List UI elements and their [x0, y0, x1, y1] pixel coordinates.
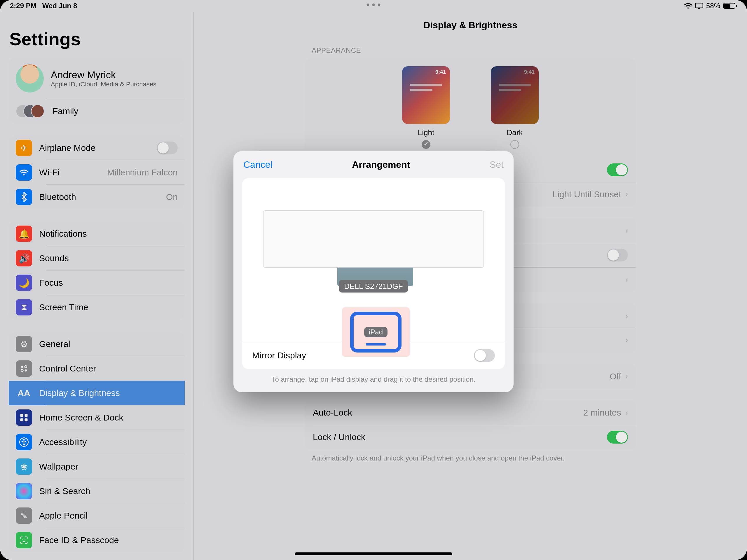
svg-rect-3 — [736, 5, 737, 7]
chevron-right-icon: › — [625, 408, 628, 417]
family-avatars — [16, 103, 46, 119]
sidebar-display[interactable]: AA Display & Brightness — [9, 381, 185, 405]
sidebar-siri[interactable]: Siri & Search — [9, 479, 185, 503]
lockunlock-toggle[interactable] — [607, 431, 628, 443]
sidebar-pencil[interactable]: ✎ Apple Pencil — [9, 503, 185, 528]
svg-rect-9 — [25, 414, 28, 417]
wifi-icon — [684, 3, 692, 9]
mirror-toggle[interactable] — [474, 349, 495, 362]
appearance-light[interactable]: 9:41 Light — [402, 66, 450, 150]
svg-rect-2 — [724, 4, 730, 8]
external-display-label: DELL S2721DGF — [339, 280, 408, 292]
ipad-display[interactable]: iPad — [342, 307, 410, 357]
detail-title: Display & Brightness — [194, 20, 747, 31]
sidebar-focus[interactable]: 🌙 Focus — [9, 271, 185, 295]
svg-point-13 — [23, 439, 25, 440]
sidebar-bluetooth[interactable]: Bluetooth On — [9, 185, 185, 209]
settings-title: Settings — [9, 29, 185, 49]
wifi-icon — [16, 164, 32, 181]
status-time: 2:29 PM — [10, 2, 36, 10]
svg-rect-10 — [20, 418, 23, 422]
bluetooth-icon — [16, 189, 32, 205]
modal-title: Arrangement — [352, 159, 410, 170]
speaker-icon: 🔊 — [16, 250, 32, 266]
autolock-row[interactable]: Auto-Lock 2 minutes› — [305, 400, 636, 425]
set-button[interactable]: Set — [490, 159, 504, 170]
svg-point-7 — [25, 370, 27, 372]
settings-sidebar: Settings Andrew Myrick Apple ID, iCloud,… — [0, 12, 194, 560]
sidebar-faceid[interactable]: Face ID & Passcode — [9, 528, 185, 553]
appearance-dark[interactable]: 9:41 Dark — [491, 66, 539, 150]
ipad-label: iPad — [364, 327, 387, 337]
modal-caption: To arrange, tap on iPad display and drag… — [233, 369, 514, 392]
svg-rect-11 — [25, 418, 28, 422]
battery-percent: 58% — [706, 2, 720, 10]
cover-caption: Automatically lock and unlock your iPad … — [312, 454, 636, 462]
textsize-icon: AA — [16, 385, 32, 401]
sidebar-accessibility[interactable]: Accessibility — [9, 430, 185, 454]
profile-group: Andrew Myrick Apple ID, iCloud, Media & … — [9, 58, 185, 123]
autolock-card: Auto-Lock 2 minutes› Lock / Unlock — [305, 400, 636, 450]
chevron-right-icon: › — [625, 190, 628, 199]
battery-icon — [723, 3, 737, 9]
arrangement-area[interactable]: DELL S2721DGF iPad — [242, 178, 505, 342]
multitask-dots[interactable] — [367, 3, 381, 6]
sidebar-general[interactable]: ⚙ General — [9, 332, 185, 356]
sliders-icon — [16, 360, 32, 377]
sidebar-screentime[interactable]: ⧗ Screen Time — [9, 295, 185, 320]
arrangement-modal: Cancel Arrangement Set DELL S2721DGF iPa… — [233, 151, 514, 392]
svg-point-14 — [23, 539, 23, 540]
siri-icon — [16, 483, 32, 499]
chevron-right-icon: › — [625, 372, 628, 381]
profile-subtitle: Apple ID, iCloud, Media & Purchases — [51, 80, 156, 88]
automatic-toggle[interactable] — [607, 163, 628, 176]
sidebar-controlcenter[interactable]: Control Center — [9, 356, 185, 381]
hourglass-icon: ⧗ — [16, 299, 32, 315]
cancel-button[interactable]: Cancel — [243, 159, 273, 170]
appearance-label: APPEARANCE — [312, 46, 636, 55]
sidebar-airplane[interactable]: ✈ Airplane Mode — [9, 136, 185, 160]
accessibility-icon — [16, 434, 32, 450]
airplane-toggle[interactable] — [157, 142, 178, 154]
sidebar-notifications[interactable]: 🔔 Notifications — [9, 222, 185, 246]
pencil-icon: ✎ — [16, 507, 32, 524]
dark-radio[interactable] — [510, 140, 519, 149]
sidebar-homescreen[interactable]: Home Screen & Dock — [9, 405, 185, 430]
grid-icon — [16, 409, 32, 426]
svg-rect-0 — [695, 3, 703, 8]
status-date: Wed Jun 8 — [42, 2, 77, 10]
profile-name: Andrew Myrick — [51, 69, 156, 80]
svg-point-15 — [25, 539, 26, 540]
sidebar-wifi[interactable]: Wi-Fi Millennium Falcon — [9, 160, 185, 185]
svg-rect-8 — [20, 414, 23, 417]
svg-point-5 — [25, 366, 27, 368]
svg-point-6 — [21, 370, 23, 372]
moon-icon: 🌙 — [16, 275, 32, 291]
external-display[interactable] — [263, 210, 484, 268]
sidebar-sounds[interactable]: 🔊 Sounds — [9, 246, 185, 271]
home-indicator[interactable] — [295, 553, 452, 555]
bell-icon: 🔔 — [16, 226, 32, 242]
apple-id-row[interactable]: Andrew Myrick Apple ID, iCloud, Media & … — [9, 58, 185, 99]
family-label: Family — [53, 106, 178, 116]
svg-point-4 — [21, 366, 23, 368]
family-row[interactable]: Family — [9, 99, 185, 123]
lockunlock-row[interactable]: Lock / Unlock — [305, 425, 636, 450]
avatar — [16, 65, 44, 93]
gear-icon: ⚙ — [16, 336, 32, 352]
faceid-icon — [16, 532, 32, 548]
flower-icon: ❀ — [16, 458, 32, 475]
light-radio[interactable] — [422, 140, 430, 149]
airplay-icon — [695, 3, 703, 9]
sidebar-wallpaper[interactable]: ❀ Wallpaper — [9, 454, 185, 479]
airplane-icon: ✈ — [16, 140, 32, 156]
